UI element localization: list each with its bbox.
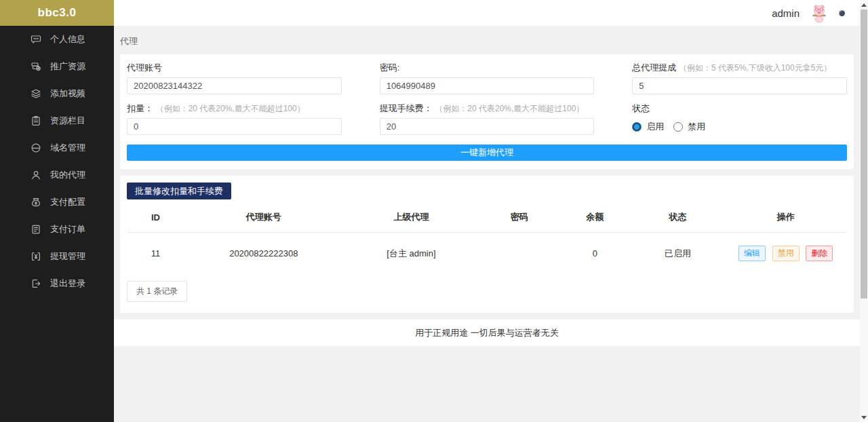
delete-button[interactable]: 删除 (806, 246, 833, 261)
user-icon (31, 170, 41, 180)
main-area: admin 代理 代理账号 (114, 0, 860, 422)
breadcrumb: 代理 (114, 26, 860, 54)
col-header-balance: 余额 (559, 202, 631, 233)
app-logo: bbc3.0 (0, 0, 114, 26)
vertical-scrollbar[interactable] (860, 0, 868, 422)
status-enable-radio[interactable] (632, 122, 642, 132)
commission-label: 总代理提成 (632, 62, 676, 73)
promo-resources-icon (31, 61, 41, 72)
add-agent-button[interactable]: 一键新增代理 (127, 145, 847, 161)
agent-account-label: 代理账号 (127, 62, 162, 73)
deduction-label: 扣量： (127, 103, 153, 113)
purse-icon (31, 197, 41, 208)
password-input[interactable] (380, 77, 595, 94)
deduction-input[interactable] (127, 118, 342, 135)
sidebar: bbc3.0 个人信息 推广资源 添加视频 资源栏目 域名管理 我的代理 支付配… (0, 0, 114, 422)
status-dot-icon[interactable] (839, 10, 845, 16)
field-agent-account: 代理账号 (127, 62, 342, 94)
sidebar-item-resource-category[interactable]: 资源栏目 (0, 107, 114, 134)
sidebar-item-logout[interactable]: 退出登录 (0, 270, 114, 297)
edit-button[interactable]: 编辑 (738, 246, 766, 261)
withdraw-fee-label: 提现手续费： (380, 103, 433, 113)
sidebar-item-label: 域名管理 (50, 142, 85, 154)
cell-account: 20200822222308 (184, 233, 343, 275)
bulk-edit-button[interactable]: 批量修改扣量和手续费 (127, 183, 231, 199)
sidebar-item-label: 推广资源 (50, 60, 85, 73)
sidebar-item-payment-config[interactable]: 支付配置 (0, 189, 114, 216)
commission-input[interactable] (632, 77, 847, 94)
scroll-down-arrow-icon[interactable] (860, 413, 868, 421)
col-header-account: 代理账号 (184, 202, 343, 233)
password-label: 密码: (380, 62, 400, 73)
new-agent-form-card: 代理账号 密码: 总代理提成 （例如：5 代表5%,下级收入100元拿5元） 扣… (120, 54, 854, 169)
sidebar-item-add-video[interactable]: 添加视频 (0, 80, 114, 107)
agents-table: ID 代理账号 上级代理 密码 余额 状态 操作 11 202008222223 (127, 202, 847, 274)
field-status: 状态 启用 禁用 (632, 103, 847, 135)
field-password: 密码: (380, 62, 595, 94)
sidebar-item-domain-management[interactable]: 域名管理 (0, 134, 114, 161)
sidebar-item-label: 我的代理 (50, 169, 85, 181)
sidebar-item-label: 添加视频 (50, 88, 85, 100)
table-header-row: ID 代理账号 上级代理 密码 余额 状态 操作 (127, 202, 847, 233)
sidebar-item-label: 支付配置 (50, 196, 85, 208)
sidebar-item-personal-info[interactable]: 个人信息 (0, 26, 114, 53)
footer-disclaimer: 用于正规用途 一切后果与运营者无关 (114, 320, 860, 346)
col-header-password: 密码 (479, 202, 559, 233)
record-count-badge: 共 1 条记录 (127, 281, 187, 302)
cell-actions: 编辑 禁用 删除 (724, 233, 847, 275)
scrollbar-thumb[interactable] (861, 9, 867, 299)
status-disable-label[interactable]: 禁用 (688, 121, 705, 133)
sidebar-item-promo-resources[interactable]: 推广资源 (0, 53, 114, 80)
username[interactable]: admin (772, 7, 800, 19)
cell-parent: [台主 admin] (343, 233, 480, 275)
field-commission: 总代理提成 （例如：5 代表5%,下级收入100元拿5元） (632, 62, 847, 94)
field-withdraw-fee: 提现手续费： （例如：20 代表20%,最大不能超过100） (380, 103, 595, 135)
withdraw-fee-hint: （例如：20 代表20%,最大不能超过100） (435, 104, 584, 113)
sidebar-item-payment-orders[interactable]: 支付订单 (0, 216, 114, 243)
withdraw-icon (31, 251, 41, 262)
status-enable-label[interactable]: 启用 (646, 121, 664, 133)
logout-icon (31, 278, 41, 289)
status-disable-radio[interactable] (673, 122, 683, 132)
agent-account-input[interactable] (127, 77, 342, 94)
sidebar-item-label: 提现管理 (50, 250, 85, 263)
layers-icon (31, 88, 41, 99)
withdraw-fee-input[interactable] (380, 118, 595, 135)
cell-id: 11 (127, 233, 184, 275)
disable-button[interactable]: 禁用 (772, 246, 800, 261)
field-deduction: 扣量： （例如：20 代表20%,最大不能超过100） (127, 103, 342, 135)
sidebar-item-my-agents[interactable]: 我的代理 (0, 161, 114, 189)
sidebar-item-label: 退出登录 (50, 277, 85, 290)
col-header-status: 状态 (631, 202, 724, 233)
order-icon (31, 224, 41, 235)
globe-icon (31, 142, 41, 153)
deduction-hint: （例如：20 代表20%,最大不能超过100） (156, 104, 305, 113)
clipboard-icon (31, 115, 41, 126)
page-content: 代理 代理账号 密码: 总代理提成 （例如：5 代表5%,下级收入100元拿5元… (114, 26, 860, 422)
col-header-id: ID (127, 202, 184, 233)
comment-icon (31, 34, 41, 45)
sidebar-item-label: 个人信息 (50, 33, 85, 45)
sidebar-item-label: 支付订单 (50, 223, 85, 235)
col-header-actions: 操作 (724, 202, 847, 233)
col-header-parent: 上级代理 (343, 202, 480, 233)
agents-table-card: 批量修改扣量和手续费 ID 代理账号 上级代理 密码 余额 状态 操 (120, 176, 854, 313)
status-label: 状态 (632, 103, 650, 113)
commission-hint: （例如：5 代表5%,下级收入100元拿5元） (679, 63, 831, 73)
status-badge: 已启用 (631, 233, 724, 275)
topbar: admin (114, 0, 860, 26)
sidebar-item-withdraw-management[interactable]: 提现管理 (0, 243, 114, 270)
cell-password (479, 233, 559, 275)
pig-avatar[interactable] (809, 3, 829, 23)
sidebar-item-label: 资源栏目 (50, 115, 85, 127)
scroll-up-arrow-icon[interactable] (860, 1, 868, 9)
cell-balance: 0 (559, 233, 631, 275)
table-row: 11 20200822222308 [台主 admin] 0 已启用 编辑 禁用… (127, 233, 847, 275)
